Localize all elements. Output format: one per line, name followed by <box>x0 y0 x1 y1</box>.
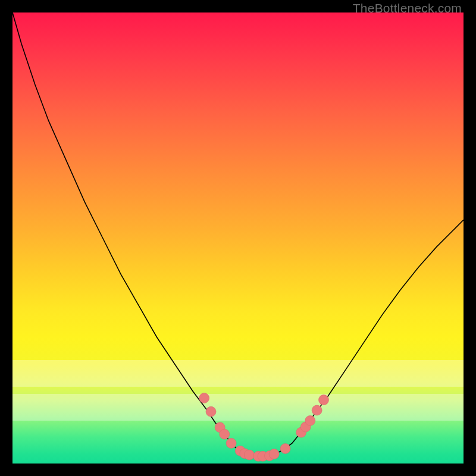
chart-svg <box>12 12 464 464</box>
data-marker <box>244 450 254 460</box>
data-marker <box>220 429 230 439</box>
data-marker <box>305 415 315 425</box>
data-marker <box>199 393 209 403</box>
bottleneck-curve <box>12 12 464 457</box>
data-marker <box>280 443 290 453</box>
data-marker <box>269 449 279 459</box>
data-marker <box>319 395 329 405</box>
data-markers <box>199 393 329 462</box>
data-marker <box>206 406 216 416</box>
data-marker <box>226 438 236 448</box>
data-marker <box>312 405 322 415</box>
attribution-text: TheBottleneck.com <box>353 1 462 15</box>
